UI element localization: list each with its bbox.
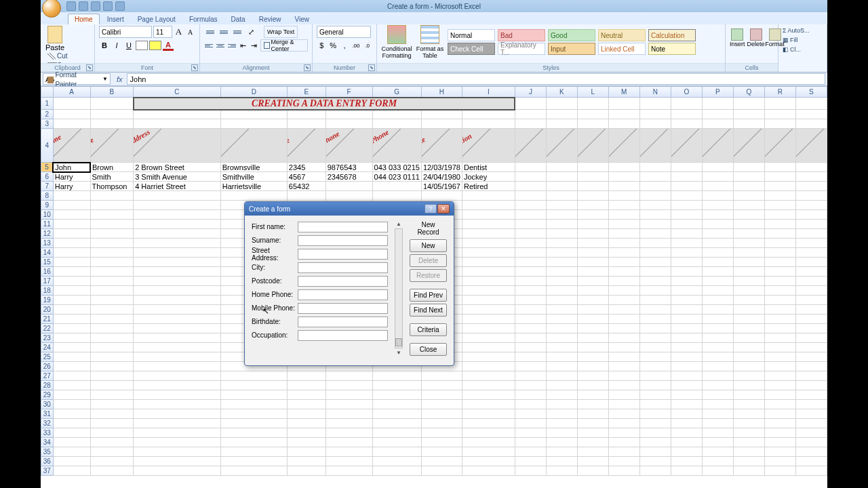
cell-A13[interactable] <box>53 239 90 248</box>
cell-I18[interactable] <box>462 286 515 296</box>
row-header-28[interactable]: 28 <box>41 381 54 390</box>
cell-P16[interactable] <box>702 267 733 277</box>
col-header-J[interactable]: J <box>515 87 546 98</box>
cell-H2[interactable] <box>421 110 462 119</box>
cell-R34[interactable] <box>764 438 795 447</box>
cell-M7[interactable] <box>608 182 639 191</box>
row-header-31[interactable]: 31 <box>41 409 54 419</box>
field-input-streetaddress[interactable] <box>298 249 388 260</box>
col-header-G[interactable]: G <box>372 87 421 98</box>
paste-button[interactable]: Paste <box>45 26 65 52</box>
col-header-R[interactable]: R <box>764 87 795 98</box>
cell-R1[interactable] <box>764 98 795 110</box>
cell-R3[interactable] <box>764 119 795 129</box>
cell-N14[interactable] <box>639 248 671 258</box>
cell-F34[interactable] <box>326 438 372 447</box>
cell-C24[interactable] <box>134 343 221 352</box>
cell-I29[interactable] <box>462 390 515 400</box>
find-next-button[interactable]: Find Next <box>410 304 447 317</box>
cell-P7[interactable] <box>702 182 733 191</box>
qat-undo-icon[interactable] <box>79 1 88 11</box>
row-header-20[interactable]: 20 <box>41 305 54 314</box>
cell-C29[interactable] <box>134 390 221 400</box>
cell-I28[interactable] <box>462 381 515 390</box>
cell-Q8[interactable] <box>733 191 764 201</box>
cell-Q10[interactable] <box>733 210 764 220</box>
cell-J6[interactable] <box>515 172 546 182</box>
cell-S12[interactable] <box>795 229 827 239</box>
cell-G7[interactable] <box>372 182 421 191</box>
cell-I15[interactable] <box>462 258 515 267</box>
cell-S7[interactable] <box>795 182 827 191</box>
cell-C31[interactable] <box>134 409 221 419</box>
cell-C6[interactable]: 3 Smith Avenue <box>134 172 221 182</box>
cell-B2[interactable] <box>90 110 134 119</box>
cell-R24[interactable] <box>764 343 795 352</box>
cell-A23[interactable] <box>53 333 90 343</box>
cell-P4[interactable] <box>702 129 733 163</box>
cell-C9[interactable] <box>134 201 221 210</box>
cell-A11[interactable] <box>53 220 90 229</box>
cell-Q20[interactable] <box>733 305 764 314</box>
field-input-city[interactable] <box>298 262 388 273</box>
cell-K18[interactable] <box>546 286 577 296</box>
cell-L1[interactable] <box>577 98 608 110</box>
field-input-postcode[interactable] <box>298 276 388 287</box>
cell-P17[interactable] <box>702 277 733 286</box>
cell-Q28[interactable] <box>733 381 764 390</box>
cell-Q35[interactable] <box>733 447 764 457</box>
cell-R16[interactable] <box>764 267 795 277</box>
cell-P11[interactable] <box>702 220 733 229</box>
tab-home[interactable]: Home <box>68 14 100 24</box>
cell-H36[interactable] <box>421 457 462 466</box>
cell-O30[interactable] <box>671 400 702 409</box>
cell-K37[interactable] <box>546 466 577 476</box>
cell-B12[interactable] <box>90 229 134 239</box>
cell-O16[interactable] <box>671 267 702 277</box>
cell-K26[interactable] <box>546 362 577 371</box>
cell-S34[interactable] <box>795 438 827 447</box>
cell-K28[interactable] <box>546 381 577 390</box>
cell-J25[interactable] <box>515 352 546 362</box>
qat-form-icon[interactable] <box>115 1 125 11</box>
cell-J3[interactable] <box>515 119 546 129</box>
cell-S1[interactable] <box>795 98 827 110</box>
cell-E2[interactable] <box>287 110 326 119</box>
cell-R17[interactable] <box>764 277 795 286</box>
cell-B36[interactable] <box>90 457 134 466</box>
cell-Q14[interactable] <box>733 248 764 258</box>
alignment-launcher[interactable]: ⬊ <box>304 64 311 71</box>
cell-K19[interactable] <box>546 296 577 305</box>
cell-J24[interactable] <box>515 343 546 352</box>
cell-R8[interactable] <box>764 191 795 201</box>
cell-B27[interactable] <box>90 371 134 381</box>
cell-M24[interactable] <box>608 343 639 352</box>
percent-icon[interactable]: % <box>328 39 338 52</box>
cell-S4[interactable] <box>795 129 827 163</box>
number-launcher[interactable]: ⬊ <box>368 64 375 71</box>
row-header-34[interactable]: 34 <box>41 438 54 447</box>
cell-G31[interactable] <box>372 409 421 419</box>
cell-P1[interactable] <box>702 98 733 110</box>
field-input-mobilephone[interactable] <box>298 303 388 314</box>
cell-B32[interactable] <box>90 419 134 428</box>
cell-M35[interactable] <box>608 447 639 457</box>
cell-C15[interactable] <box>134 258 221 267</box>
row-header-37[interactable]: 37 <box>41 466 54 476</box>
cell-C11[interactable] <box>134 220 221 229</box>
cell-I37[interactable] <box>462 466 515 476</box>
cell-M12[interactable] <box>608 229 639 239</box>
cell-P8[interactable] <box>702 191 733 201</box>
cell-O2[interactable] <box>671 110 702 119</box>
header-surname[interactable]: Surname <box>90 129 134 163</box>
shrink-font-icon[interactable]: A <box>185 26 195 38</box>
cell-N27[interactable] <box>639 371 671 381</box>
format-as-table-button[interactable]: Format as Table <box>414 25 446 59</box>
col-header-I[interactable]: I <box>462 87 515 98</box>
cell-R28[interactable] <box>764 381 795 390</box>
cell-A20[interactable] <box>53 305 90 314</box>
scroll-down-icon[interactable]: ▼ <box>396 350 401 356</box>
row-header-35[interactable]: 35 <box>41 447 54 457</box>
cell-B1[interactable] <box>90 98 134 110</box>
cell-B24[interactable] <box>90 343 134 352</box>
